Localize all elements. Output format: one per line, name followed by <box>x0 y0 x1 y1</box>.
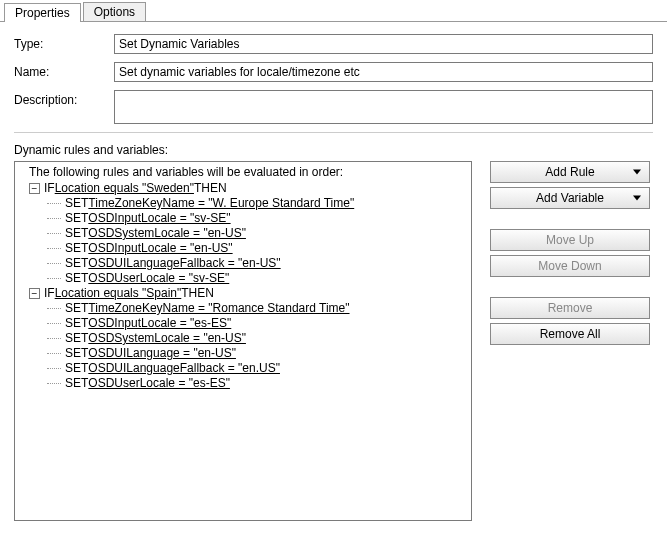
description-field[interactable] <box>114 90 653 124</box>
type-field[interactable] <box>114 34 653 54</box>
set-expression: OSDUserLocale = "es-ES" <box>88 376 230 391</box>
rules-section-label: Dynamic rules and variables: <box>14 143 653 157</box>
tab-options[interactable]: Options <box>83 2 146 21</box>
set-expression: OSDUILanguageFallback = "en.US" <box>88 361 280 376</box>
tree-connector <box>47 383 61 384</box>
tree-set-node[interactable]: SET OSDInputLocale = "en-US" <box>17 241 467 256</box>
type-label: Type: <box>14 34 114 51</box>
button-column: Add Rule Add Variable Move Up Move Down … <box>490 161 650 521</box>
set-keyword: SET <box>65 271 88 286</box>
set-expression: OSDUserLocale = "sv-SE" <box>88 271 229 286</box>
minus-icon[interactable]: − <box>29 183 40 194</box>
remove-all-button[interactable]: Remove All <box>490 323 650 345</box>
properties-panel: Type: Name: Description: Dynamic rules a… <box>0 22 667 533</box>
set-expression: TimeZoneKeyName = "Romance Standard Time… <box>88 301 349 316</box>
set-expression: OSDInputLocale = "es-ES" <box>88 316 231 331</box>
set-expression: OSDInputLocale = "sv-SE" <box>88 211 230 226</box>
set-keyword: SET <box>65 346 88 361</box>
tree-set-node[interactable]: SET OSDUILanguageFallback = "en-US" <box>17 256 467 271</box>
name-field[interactable] <box>114 62 653 82</box>
tree-rule-node[interactable]: −IF Location equals "Sweden" THEN <box>17 181 467 196</box>
set-keyword: SET <box>65 256 88 271</box>
set-expression: OSDInputLocale = "en-US" <box>88 241 232 256</box>
description-label: Description: <box>14 90 114 107</box>
add-rule-label: Add Rule <box>545 165 594 179</box>
chevron-down-icon <box>633 196 641 201</box>
add-rule-button[interactable]: Add Rule <box>490 161 650 183</box>
tree-set-node[interactable]: SET OSDSystemLocale = "en-US" <box>17 226 467 241</box>
if-keyword: IF <box>44 181 55 196</box>
name-label: Name: <box>14 62 114 79</box>
set-keyword: SET <box>65 241 88 256</box>
set-keyword: SET <box>65 331 88 346</box>
tree-set-node[interactable]: SET OSDInputLocale = "es-ES" <box>17 316 467 331</box>
tree-rule-node[interactable]: −IF Location equals "Spain" THEN <box>17 286 467 301</box>
tree-set-node[interactable]: SET OSDUILanguageFallback = "en.US" <box>17 361 467 376</box>
tree-set-node[interactable]: SET OSDInputLocale = "sv-SE" <box>17 211 467 226</box>
tree-set-node[interactable]: SET OSDSystemLocale = "en-US" <box>17 331 467 346</box>
chevron-down-icon <box>633 170 641 175</box>
tree-connector <box>47 263 61 264</box>
tree-intro: The following rules and variables will b… <box>17 164 467 181</box>
set-expression: OSDUILanguageFallback = "en-US" <box>88 256 280 271</box>
remove-button[interactable]: Remove <box>490 297 650 319</box>
add-variable-label: Add Variable <box>536 191 604 205</box>
move-down-button[interactable]: Move Down <box>490 255 650 277</box>
tree-set-node[interactable]: SET TimeZoneKeyName = "W. Europe Standar… <box>17 196 467 211</box>
set-keyword: SET <box>65 226 88 241</box>
set-keyword: SET <box>65 376 88 391</box>
tree-connector <box>47 308 61 309</box>
move-up-button[interactable]: Move Up <box>490 229 650 251</box>
tree-set-node[interactable]: SET OSDUserLocale = "sv-SE" <box>17 271 467 286</box>
set-keyword: SET <box>65 196 88 211</box>
tree-connector <box>47 248 61 249</box>
set-keyword: SET <box>65 211 88 226</box>
tree-set-node[interactable]: SET TimeZoneKeyName = "Romance Standard … <box>17 301 467 316</box>
set-expression: OSDUILanguage = "en-US" <box>88 346 236 361</box>
tree-connector <box>47 323 61 324</box>
set-keyword: SET <box>65 316 88 331</box>
set-keyword: SET <box>65 361 88 376</box>
tree-connector <box>47 338 61 339</box>
set-expression: OSDSystemLocale = "en-US" <box>88 226 246 241</box>
tree-set-node[interactable]: SET OSDUILanguage = "en-US" <box>17 346 467 361</box>
tab-properties[interactable]: Properties <box>4 3 81 22</box>
condition-text: Location equals "Spain" <box>55 286 182 301</box>
tree-connector <box>47 233 61 234</box>
tree-set-node[interactable]: SET OSDUserLocale = "es-ES" <box>17 376 467 391</box>
set-expression: OSDSystemLocale = "en-US" <box>88 331 246 346</box>
then-keyword: THEN <box>181 286 214 301</box>
divider <box>14 132 653 133</box>
if-keyword: IF <box>44 286 55 301</box>
tree-connector <box>47 218 61 219</box>
minus-icon[interactable]: − <box>29 288 40 299</box>
set-keyword: SET <box>65 301 88 316</box>
tree-connector <box>47 203 61 204</box>
then-keyword: THEN <box>194 181 227 196</box>
rules-tree[interactable]: The following rules and variables will b… <box>14 161 472 521</box>
condition-text: Location equals "Sweden" <box>55 181 194 196</box>
tree-connector <box>47 278 61 279</box>
set-expression: TimeZoneKeyName = "W. Europe Standard Ti… <box>88 196 354 211</box>
tree-connector <box>47 353 61 354</box>
add-variable-button[interactable]: Add Variable <box>490 187 650 209</box>
tab-bar: Properties Options <box>0 0 667 22</box>
tree-connector <box>47 368 61 369</box>
